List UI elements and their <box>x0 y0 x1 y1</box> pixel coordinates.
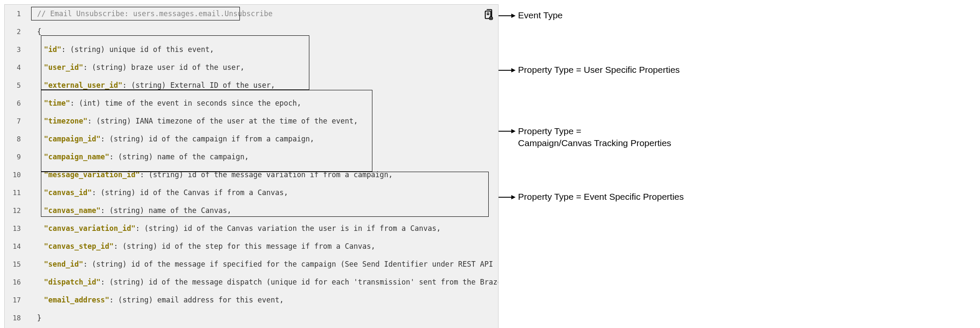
annotations-panel: Event Type Property Type = User Specific… <box>499 4 976 226</box>
code-line: 1// Email Unsubscribe: users.messages.em… <box>5 5 498 23</box>
code-content: "canvas_id": (string) id of the Canvas i… <box>27 188 498 197</box>
code-content: "campaign_id": (string) id of the campai… <box>27 135 498 143</box>
line-number: 9 <box>5 153 27 161</box>
line-number: 2 <box>5 28 27 36</box>
code-content: "external_user_id": (string) External ID… <box>27 81 498 89</box>
code-content: "id": (string) unique id of this event, <box>27 45 498 54</box>
svg-marker-13 <box>511 195 516 199</box>
code-panel: 1// Email Unsubscribe: users.messages.em… <box>4 4 499 328</box>
code-line: 17"email_address": (string) email addres… <box>5 291 498 309</box>
code-content: // Email Unsubscribe: users.messages.ema… <box>27 9 498 18</box>
code-line: 11"canvas_id": (string) id of the Canvas… <box>5 184 498 201</box>
code-content: "canvas_name": (string) name of the Canv… <box>27 206 498 215</box>
annotation-label: Property Type = Event Specific Propertie… <box>518 192 684 201</box>
line-number: 18 <box>5 314 27 322</box>
code-line: 18} <box>5 309 498 327</box>
layout-root: 1// Email Unsubscribe: users.messages.em… <box>4 4 976 328</box>
annotation-label: Property Type = User Specific Properties <box>518 65 680 75</box>
code-line: 9"campaign_name": (string) name of the c… <box>5 148 498 166</box>
code-content: "email_address": (string) email address … <box>27 296 498 304</box>
line-number: 6 <box>5 99 27 107</box>
code-line: 4"user_id": (string) braze user id of th… <box>5 58 498 76</box>
line-number: 7 <box>5 117 27 125</box>
code-content: "send_id": (string) id of the message if… <box>27 260 498 268</box>
code-content: "message_variation_id": (string) id of t… <box>27 170 498 179</box>
svg-marker-9 <box>511 68 516 72</box>
svg-marker-7 <box>511 14 516 18</box>
annotation-label: Event Type <box>518 10 563 20</box>
line-number: 16 <box>5 278 27 286</box>
code-line: 12"canvas_name": (string) name of the Ca… <box>5 201 498 219</box>
line-number: 3 <box>5 46 27 54</box>
code-content: "time": (int) time of the event in secon… <box>27 99 498 107</box>
annotation-event-specific-properties: Property Type = Event Specific Propertie… <box>499 191 684 203</box>
code-line: 6"time": (int) time of the event in seco… <box>5 94 498 112</box>
line-number: 13 <box>5 224 27 233</box>
annotation-label: Campaign/Canvas Tracking Properties <box>518 138 672 148</box>
annotation-event-type: Event Type <box>499 9 563 21</box>
line-number: 8 <box>5 135 27 143</box>
line-number: 12 <box>5 207 27 215</box>
code-line: 16"dispatch_id": (string) id of the mess… <box>5 273 498 291</box>
code-content: "campaign_name": (string) name of the ca… <box>27 152 498 161</box>
code-line: 7"timezone": (string) IANA timezone of t… <box>5 112 498 130</box>
annotation-campaign-properties: Property Type = Campaign/Canvas Tracking… <box>499 125 671 150</box>
code-content: } <box>27 314 498 322</box>
svg-marker-11 <box>511 129 516 133</box>
line-number: 11 <box>5 189 27 197</box>
code-line: 10"message_variation_id": (string) id of… <box>5 166 498 184</box>
line-number: 15 <box>5 260 27 268</box>
arrow-icon <box>499 12 516 19</box>
line-number: 4 <box>5 63 27 72</box>
code-content: "canvas_variation_id": (string) id of th… <box>27 224 498 233</box>
line-number: 14 <box>5 242 27 250</box>
annotation-user-properties: Property Type = User Specific Properties <box>499 64 680 76</box>
line-number: 17 <box>5 296 27 304</box>
code-content: "canvas_step_id": (string) id of the ste… <box>27 242 498 250</box>
code-line: 13"canvas_variation_id": (string) id of … <box>5 219 498 237</box>
line-number: 5 <box>5 81 27 89</box>
annotation-label: Property Type = <box>518 126 581 136</box>
code-line: 14"canvas_step_id": (string) id of the s… <box>5 237 498 255</box>
code-content: "timezone": (string) IANA timezone of th… <box>27 117 498 125</box>
code-line: 8"campaign_id": (string) id of the campa… <box>5 130 498 148</box>
code-line: 5"external_user_id": (string) External I… <box>5 76 498 94</box>
arrow-icon <box>499 67 516 74</box>
line-number: 1 <box>5 10 27 18</box>
arrow-icon <box>499 128 516 135</box>
line-number: 10 <box>5 171 27 179</box>
code-content: "dispatch_id": (string) id of the messag… <box>27 278 498 286</box>
code-line: 3"id": (string) unique id of this event, <box>5 40 498 58</box>
code-line: 2{ <box>5 23 498 40</box>
copy-icon[interactable] <box>483 8 495 20</box>
arrow-icon <box>499 194 516 201</box>
code-content: { <box>27 27 498 36</box>
code-content: "user_id": (string) braze user id of the… <box>27 63 498 72</box>
code-line: 15"send_id": (string) id of the message … <box>5 255 498 273</box>
